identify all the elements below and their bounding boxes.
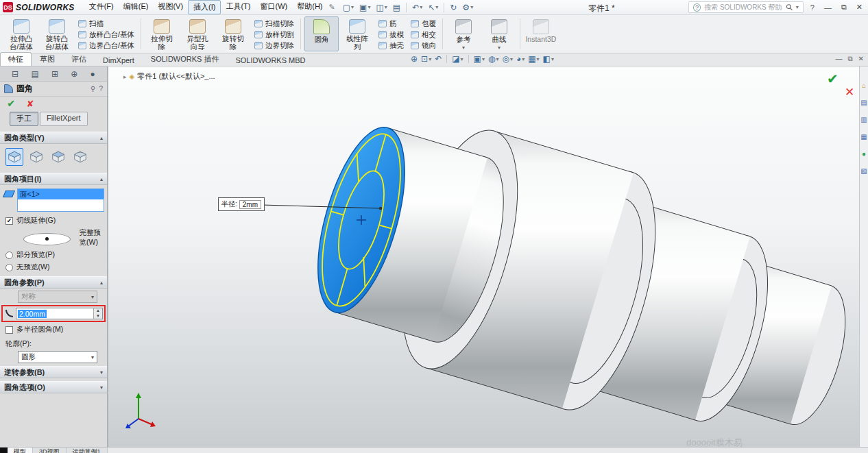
full-preview-radio[interactable] [23, 233, 71, 245]
menu-edit[interactable]: 编辑(E) [119, 0, 154, 14]
selected-face-item[interactable]: 面<1> [18, 189, 104, 199]
lofted-boss-button[interactable]: 放样凸台/基体 [75, 29, 137, 40]
tab-addins[interactable]: SOLIDWORKS 插件 [143, 52, 228, 66]
view-palette-icon[interactable]: ▦ [860, 133, 867, 140]
tab-filletxpert[interactable]: FilletXpert [40, 112, 88, 126]
tab-dimxpert[interactable]: DimXpert [95, 54, 143, 66]
full-round-fillet-icon[interactable] [71, 148, 89, 166]
constant-size-fillet-icon[interactable] [5, 148, 23, 166]
ok-button[interactable]: ✔ [7, 97, 16, 110]
featuremanager-tree-icon[interactable]: ⊟ [12, 69, 19, 79]
tab-3d-views[interactable]: 3D视图 [33, 448, 67, 453]
breadcrumb[interactable]: ▸ ◈ 零件1 (默认<<默认>_... [123, 71, 215, 82]
face-fillet-icon[interactable] [49, 148, 67, 166]
options-button[interactable]: ⚙▾ [460, 2, 475, 13]
displaymanager-icon[interactable]: ● [91, 69, 95, 79]
previous-view-icon[interactable]: ↶ [434, 54, 442, 64]
minimize-button[interactable]: — [821, 3, 834, 12]
select-button[interactable]: ↖▾ [426, 2, 440, 13]
tab-evaluate[interactable]: 评估 [63, 52, 95, 66]
configurationmanager-icon[interactable]: ⊞ [51, 69, 58, 79]
section-view-icon[interactable]: ◪▾ [451, 54, 463, 64]
radius-input[interactable]: 2.00mm ▲▼ [16, 308, 103, 319]
dimxpertmanager-icon[interactable]: ⊕ [71, 69, 77, 79]
resources-home-icon[interactable]: ⌂ [862, 82, 866, 89]
revolved-cut-button[interactable]: 旋转切除 [216, 16, 250, 51]
confirm-ok-icon[interactable]: ✔ [827, 71, 839, 87]
draft-button[interactable]: 拔模 [376, 29, 407, 40]
rebuild-button[interactable]: ↻ [448, 2, 459, 13]
spin-down-icon[interactable]: ▼ [94, 314, 102, 319]
variable-size-fillet-icon[interactable] [27, 148, 45, 166]
section-fillet-parameters[interactable]: 圆角参数(P)▴ [0, 276, 107, 289]
pin-toolbar-icon[interactable]: ✎ [329, 3, 335, 12]
menu-window[interactable]: 窗口(W) [256, 0, 293, 14]
save-button[interactable]: ◫▾ [374, 2, 389, 13]
cancel-button[interactable]: ✘ [27, 99, 34, 109]
section-fillet-options[interactable]: 圆角选项(O)▾ [0, 381, 107, 393]
rib-button[interactable]: 筋 [376, 19, 407, 29]
view-orientation-icon[interactable]: ▣▾ [473, 54, 485, 64]
radius-callout[interactable]: 半径: 2mm [218, 197, 265, 211]
menu-tools[interactable]: 工具(T) [221, 0, 255, 14]
zoom-area-icon[interactable]: ⊡▾ [420, 54, 432, 64]
help-button[interactable]: ? [808, 3, 817, 12]
linear-pattern-button[interactable]: 线性阵列 [340, 16, 374, 51]
new-button[interactable]: ▢▾ [341, 2, 356, 13]
tab-features[interactable]: 特征 [0, 52, 32, 66]
view-settings-icon[interactable]: ◧▾ [542, 54, 555, 64]
apply-scene-icon[interactable]: ▦▾ [527, 54, 540, 64]
undo-button[interactable]: ↶▾ [410, 2, 424, 13]
tab-manual[interactable]: 手工 [10, 112, 38, 126]
callout-value-input[interactable]: 2mm [239, 200, 261, 209]
spin-up-icon[interactable]: ▲ [94, 308, 102, 314]
menu-view[interactable]: 视图(V) [153, 0, 188, 14]
tab-model[interactable]: 模型 [8, 448, 33, 453]
section-items-to-fillet[interactable]: 圆角项目(I)▴ [0, 173, 107, 185]
panel-help-icon[interactable]: ? [99, 85, 103, 93]
extruded-boss-button[interactable]: 拉伸凸台/基体 [4, 16, 38, 51]
reference-geometry-button[interactable]: 参考 ▾ [446, 16, 481, 51]
zoom-fit-icon[interactable]: ⊕ [410, 54, 418, 64]
section-fillet-type[interactable]: 圆角类型(Y)▴ [0, 132, 107, 144]
wrap-button[interactable]: 包覆 [408, 19, 439, 29]
appearances-icon[interactable]: ● [862, 150, 866, 158]
lofted-cut-button[interactable]: 放样切割 [252, 29, 297, 40]
mirror-button[interactable]: 镜向 [408, 40, 439, 51]
revolved-boss-button[interactable]: 旋转凸台/基体 [40, 16, 74, 51]
symmetric-dropdown[interactable]: 对称▾ [18, 291, 97, 303]
no-preview-radio[interactable] [5, 264, 13, 271]
shell-button[interactable]: 抽壳 [376, 40, 407, 51]
help-search-box[interactable]: ? 搜索 SOLIDWORKS 帮助 ▾ [688, 1, 804, 13]
profile-dropdown[interactable]: 圆形▾ [18, 351, 97, 363]
curves-button[interactable]: 曲线 ▾ [482, 16, 516, 51]
swept-boss-button[interactable]: 扫描 [75, 19, 137, 29]
intersect-button[interactable]: 相交 [408, 29, 439, 40]
menu-insert[interactable]: 插入(I) [188, 0, 221, 14]
extruded-cut-button[interactable]: 拉伸切除 [145, 16, 179, 51]
boundary-boss-button[interactable]: 边界凸台/基体 [75, 40, 137, 51]
tab-mbd[interactable]: SOLIDWORKS MBD [227, 54, 313, 66]
print-button[interactable]: ▤ [391, 2, 402, 13]
boundary-cut-button[interactable]: 边界切除 [252, 40, 297, 51]
hide-show-items-icon[interactable]: ◎▾ [501, 54, 514, 64]
open-button[interactable]: ▣▾ [357, 2, 372, 13]
fillet-button[interactable]: 圆角 [304, 16, 339, 51]
multi-radius-checkbox[interactable] [5, 326, 13, 334]
swept-cut-button[interactable]: 扫描切除 [252, 19, 297, 29]
menu-file[interactable]: 文件(F) [84, 0, 119, 14]
radius-spinner[interactable]: ▲▼ [93, 308, 102, 319]
partial-preview-radio[interactable] [5, 252, 13, 259]
propertymanager-icon[interactable]: ▤ [31, 69, 38, 79]
menu-help[interactable]: 帮助(H) [292, 0, 327, 14]
tab-sketch[interactable]: 草图 [32, 52, 63, 66]
keep-visible-pin-icon[interactable]: ⚲ [91, 85, 95, 93]
confirm-cancel-icon[interactable]: ✕ [845, 85, 854, 99]
display-style-icon[interactable]: ◍▾ [487, 54, 500, 64]
file-explorer-icon[interactable]: ▥ [860, 116, 867, 123]
3d-viewport[interactable] [108, 66, 859, 453]
restore-button[interactable]: ⧉ [839, 3, 849, 12]
tangent-propagation-checkbox[interactable]: ✔ [5, 217, 13, 225]
search-input[interactable]: 搜索 SOLIDWORKS 帮助 [704, 3, 782, 12]
selection-listbox[interactable]: 面<1> [17, 188, 104, 212]
